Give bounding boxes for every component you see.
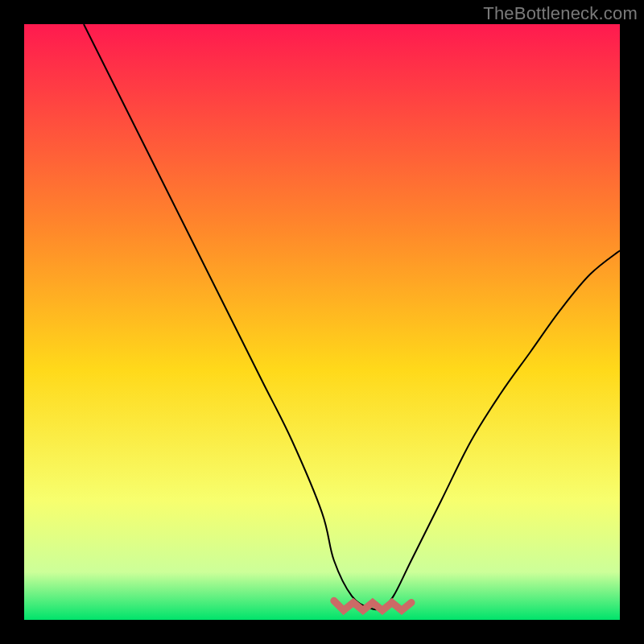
gradient-background [24,24,620,620]
chart-plot-area [24,24,620,620]
chart-frame: TheBottleneck.com [0,0,644,644]
watermark-text: TheBottleneck.com [483,3,638,24]
chart-svg [24,24,620,620]
